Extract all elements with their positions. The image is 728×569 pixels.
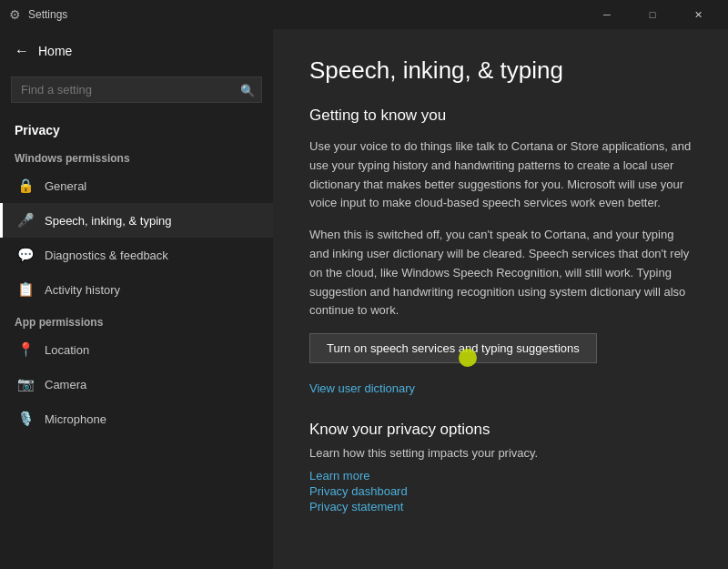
location-icon: 📍 — [17, 341, 34, 358]
search-icon: 🔍 — [240, 83, 255, 97]
learn-more-link[interactable]: Learn more — [309, 469, 692, 483]
search-input[interactable] — [11, 76, 262, 103]
sidebar-item-label-diagnostics: Diagnostics & feedback — [45, 249, 168, 262]
sidebar-item-camera[interactable]: 📷 Camera — [0, 367, 273, 401]
group-label-windows: Windows permissions — [0, 143, 273, 168]
titlebar-title: Settings — [28, 8, 586, 21]
sidebar-item-diagnostics[interactable]: 💬 Diagnostics & feedback — [0, 238, 273, 272]
search-container: 🔍 — [11, 76, 262, 103]
settings-icon: ⚙ — [9, 7, 21, 22]
back-arrow-icon: ← — [15, 43, 29, 59]
close-button[interactable]: ✕ — [677, 0, 719, 29]
main-content: Speech, inking, & typing Getting to know… — [273, 29, 728, 569]
microphone-icon: 🎙️ — [17, 411, 34, 427]
sidebar-item-label-microphone: Microphone — [45, 412, 106, 426]
titlebar: ⚙ Settings ─ □ ✕ — [0, 0, 728, 29]
sidebar-item-label-speech: Speech, inking, & typing — [45, 214, 171, 228]
button-wrapper: Turn on speech services and typing sugge… — [309, 333, 597, 381]
body-text-2: When this is switched off, you can't spe… — [309, 226, 692, 320]
sidebar-item-label-location: Location — [45, 343, 89, 357]
sidebar-item-activity[interactable]: 📋 Activity history — [0, 272, 273, 307]
section2-heading: Know your privacy options — [309, 421, 692, 439]
body-text-1: Use your voice to do things like talk to… — [309, 137, 692, 213]
speech-icon: 🎤 — [17, 212, 34, 229]
home-link[interactable]: Home — [38, 44, 72, 58]
activity-icon: 📋 — [17, 281, 34, 298]
nav-back-button[interactable]: ← Home — [0, 29, 273, 73]
privacy-desc: Learn how this setting impacts your priv… — [309, 446, 692, 460]
sidebar: ← Home 🔍 Privacy Windows permissions 🔒 G… — [0, 29, 273, 569]
minimize-button[interactable]: ─ — [586, 0, 628, 29]
app-container: ← Home 🔍 Privacy Windows permissions 🔒 G… — [0, 29, 728, 569]
diagnostics-icon: 💬 — [17, 247, 34, 263]
window-controls: ─ □ ✕ — [586, 0, 719, 29]
lock-icon: 🔒 — [17, 178, 34, 194]
sidebar-item-microphone[interactable]: 🎙️ Microphone — [0, 401, 273, 436]
maximize-button[interactable]: □ — [632, 0, 673, 29]
sidebar-item-label-general: General — [45, 179, 86, 193]
sidebar-item-location[interactable]: 📍 Location — [0, 332, 273, 367]
camera-icon: 📷 — [17, 376, 34, 392]
sidebar-item-speech[interactable]: 🎤 Speech, inking, & typing — [0, 203, 273, 238]
group-label-app: App permissions — [0, 307, 273, 332]
page-title: Speech, inking, & typing — [309, 56, 692, 85]
privacy-statement-link[interactable]: Privacy statement — [309, 500, 692, 513]
section-title: Privacy — [0, 117, 273, 143]
sidebar-item-label-camera: Camera — [45, 378, 86, 391]
section1-heading: Getting to know you — [309, 107, 692, 125]
privacy-dashboard-link[interactable]: Privacy dashboard — [309, 484, 692, 498]
turn-on-speech-button[interactable]: Turn on speech services and typing sugge… — [309, 333, 597, 363]
sidebar-item-label-activity: Activity history — [45, 283, 120, 297]
view-user-dictionary-link[interactable]: View user dictionary — [309, 381, 692, 395]
sidebar-item-general[interactable]: 🔒 General — [0, 168, 273, 203]
